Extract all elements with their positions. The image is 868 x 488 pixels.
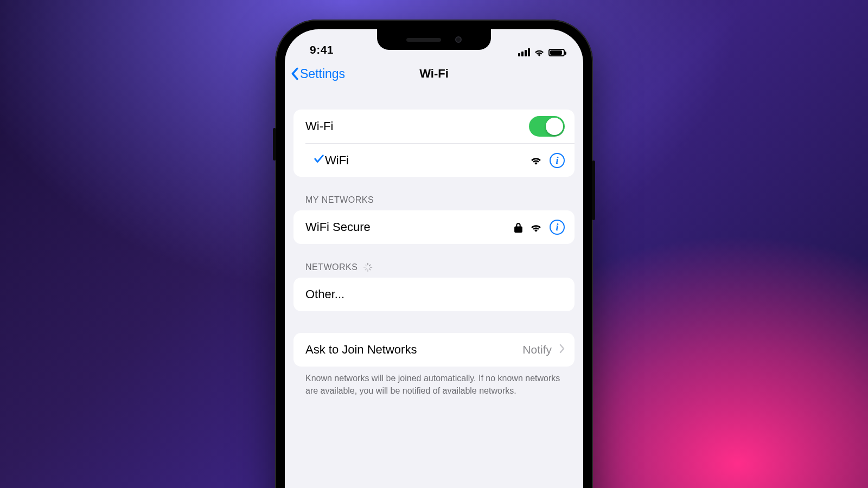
wifi-main-group: Wi-Fi WiFi bbox=[293, 110, 575, 177]
ask-to-join-group: Ask to Join Networks Notify bbox=[293, 333, 575, 367]
my-networks-group: WiFi Secure i bbox=[293, 210, 575, 244]
wifi-signal-icon bbox=[530, 223, 542, 232]
wifi-signal-icon bbox=[530, 156, 542, 165]
svg-line-3 bbox=[369, 269, 371, 270]
svg-line-1 bbox=[369, 265, 371, 266]
known-network-name: WiFi Secure bbox=[305, 220, 514, 234]
info-button[interactable]: i bbox=[550, 153, 565, 168]
status-time: 9:41 bbox=[300, 43, 334, 56]
back-label: Settings bbox=[300, 67, 345, 81]
back-button[interactable]: Settings bbox=[290, 60, 345, 88]
ask-to-join-footer: Known networks will be joined automatica… bbox=[293, 367, 575, 397]
other-networks-group: Other... bbox=[293, 278, 575, 311]
speaker-grille bbox=[406, 38, 441, 42]
my-networks-header: MY NETWORKS bbox=[305, 195, 575, 205]
phone-screen: 9:41 Settings Wi-Fi bbox=[285, 29, 583, 488]
phone-frame: 9:41 Settings Wi-Fi bbox=[275, 20, 593, 488]
chevron-right-icon bbox=[559, 343, 565, 357]
page-title: Wi-Fi bbox=[419, 67, 449, 81]
other-network-row[interactable]: Other... bbox=[293, 278, 575, 311]
ask-to-join-value: Notify bbox=[522, 343, 552, 356]
info-button[interactable]: i bbox=[550, 220, 565, 235]
other-network-label: Other... bbox=[305, 287, 565, 301]
svg-line-7 bbox=[366, 265, 367, 266]
ask-to-join-row[interactable]: Ask to Join Networks Notify bbox=[293, 333, 575, 367]
spinner-icon bbox=[363, 262, 373, 272]
chevron-left-icon bbox=[290, 67, 299, 80]
lock-icon bbox=[514, 222, 522, 233]
known-network-row[interactable]: WiFi Secure i bbox=[293, 210, 575, 244]
wifi-toggle[interactable] bbox=[529, 116, 565, 137]
settings-content[interactable]: Wi-Fi WiFi bbox=[285, 110, 583, 397]
svg-line-5 bbox=[366, 269, 367, 270]
wifi-toggle-label: Wi-Fi bbox=[305, 119, 529, 133]
wifi-status-icon bbox=[534, 48, 545, 56]
ask-to-join-label: Ask to Join Networks bbox=[305, 343, 522, 357]
cellular-signal-icon bbox=[518, 48, 530, 56]
battery-icon bbox=[548, 49, 565, 56]
networks-header: NETWORKS bbox=[305, 262, 575, 272]
background: 9:41 Settings Wi-Fi bbox=[0, 0, 868, 488]
front-camera bbox=[455, 36, 462, 43]
connected-network-row[interactable]: WiFi i bbox=[305, 143, 575, 177]
status-indicators bbox=[518, 48, 568, 56]
phone-notch bbox=[377, 29, 491, 50]
connected-network-name: WiFi bbox=[305, 153, 530, 168]
navigation-bar: Settings Wi-Fi bbox=[285, 60, 583, 88]
wifi-toggle-row[interactable]: Wi-Fi bbox=[293, 110, 575, 143]
